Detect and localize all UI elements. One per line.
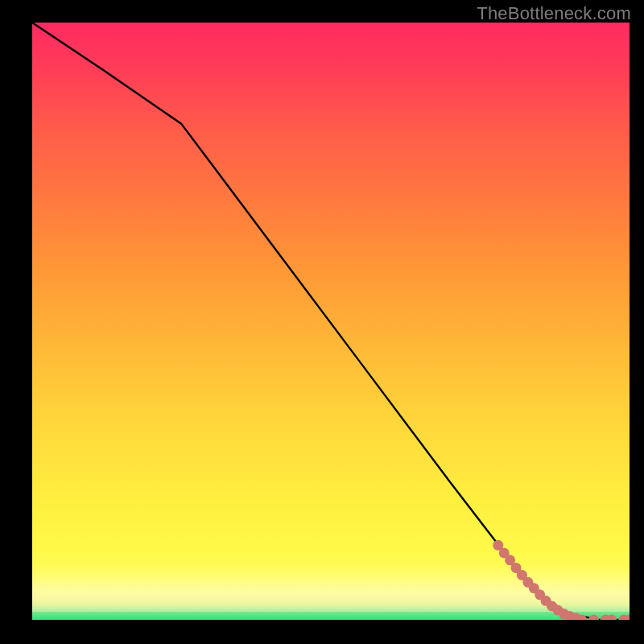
bottleneck-curve [32, 23, 630, 620]
curve-layer [32, 23, 630, 620]
marker-layer [493, 540, 630, 620]
marker-point [588, 615, 599, 621]
plot-area [32, 23, 630, 620]
chart-svg [32, 23, 630, 620]
chart-frame: TheBottleneck.com [0, 0, 644, 644]
watermark-text: TheBottleneck.com [477, 3, 631, 24]
